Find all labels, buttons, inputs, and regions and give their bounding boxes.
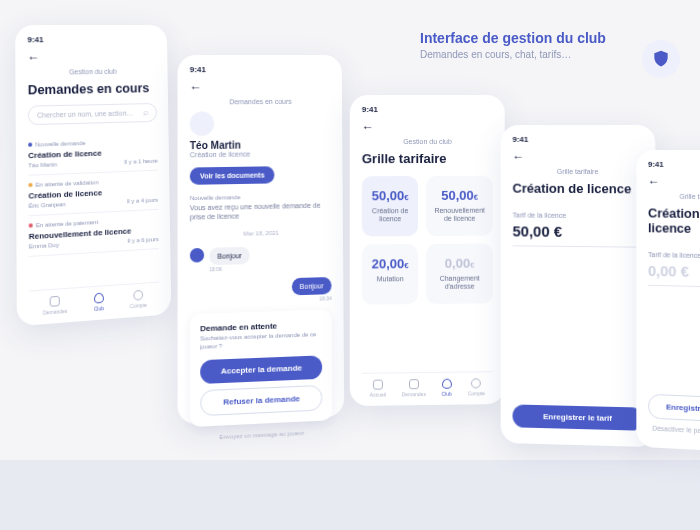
back-button[interactable]: ← — [27, 50, 156, 65]
price-card-creation[interactable]: 50,00€Création de licence — [362, 176, 419, 236]
screen-requests-list: 9:41 ← Gestion du club Demandes en cours… — [15, 25, 171, 326]
price-card-address[interactable]: 0,00€Changement d'adresse — [426, 243, 492, 303]
screen-title: Grille tarifaire — [362, 151, 493, 166]
tab-home[interactable]: Accueil — [370, 380, 386, 398]
tab-bar: Demandes Club Compte — [29, 281, 160, 316]
breadcrumb: Gestion du club — [28, 67, 157, 76]
request-item[interactable]: Nouvelle demande Création de licence Téo… — [28, 132, 158, 176]
request-item[interactable]: En attente de validation Création de lic… — [28, 171, 158, 217]
section-text: Vous avez reçu une nouvelle demande de p… — [190, 200, 331, 221]
home-icon — [373, 380, 383, 390]
chat-date: Mar 18, 2021 — [190, 229, 331, 238]
screen-title: Création de licence — [648, 205, 700, 236]
breadcrumb: Grille tarifaire — [648, 193, 700, 201]
tab-requests[interactable]: Demandes — [43, 295, 68, 316]
screen-edit-tariff-empty: 9:41 ← Grille tarifaire Création de lice… — [636, 150, 700, 453]
status-bar-time: 9:41 — [27, 35, 155, 45]
breadcrumb: Demandes en cours — [190, 98, 331, 106]
status-dot-icon — [29, 223, 33, 227]
breadcrumb: Gestion du club — [362, 138, 493, 145]
account-icon — [471, 378, 481, 388]
refuse-button[interactable]: Refuser la demande — [200, 385, 322, 416]
tab-bar: Accueil Demandes Club Compte — [362, 371, 493, 398]
view-documents-button[interactable]: Voir les documents — [190, 166, 275, 185]
chat-message-outgoing: Bonjour18:34 — [190, 277, 332, 306]
request-type: Création de licence — [190, 149, 331, 158]
tariff-input[interactable]: 50,00 € — [513, 222, 644, 247]
requests-icon — [50, 296, 60, 307]
pending-action-card: Demande en attente Souhaitez-vous accept… — [190, 309, 333, 426]
page-footer-strip — [0, 460, 700, 530]
section-label: Nouvelle demande — [190, 192, 331, 201]
tab-club[interactable]: Club — [442, 379, 452, 397]
back-button[interactable]: ← — [648, 175, 700, 190]
page-title: Interface de gestion du club — [420, 30, 630, 46]
accept-button[interactable]: Accepter la demande — [200, 355, 322, 384]
status-bar-time: 9:41 — [513, 135, 644, 144]
back-button[interactable]: ← — [513, 150, 644, 164]
back-button[interactable]: ← — [190, 80, 330, 95]
status-dot-icon — [28, 183, 32, 187]
card-subtitle: Souhaitez-vous accepter la demande de ce… — [200, 331, 322, 352]
screen-request-chat: 9:41 ← Demandes en cours Téo Martin Créa… — [178, 55, 345, 425]
tab-requests[interactable]: Demandes — [402, 379, 426, 397]
shield-icon — [442, 379, 452, 389]
disable-payment-link[interactable]: Désactiver le paiement en ligne — [648, 424, 700, 436]
requests-icon — [409, 379, 419, 389]
page-subtitle: Demandes en cours, chat, tarifs… — [420, 49, 630, 60]
compose-placeholder[interactable]: Envoyez un message au joueur — [190, 428, 333, 441]
status-bar-time: 9:41 — [648, 160, 700, 169]
tab-account[interactable]: Compte — [130, 290, 147, 310]
screen-pricing-grid: 9:41 ← Gestion du club Grille tarifaire … — [350, 95, 505, 406]
shield-icon — [94, 293, 104, 304]
field-label: Tarif de la licence — [648, 251, 700, 260]
screen-title: Demandes en cours — [28, 80, 157, 97]
price-card-renewal[interactable]: 50,00€Renouvellement de licence — [426, 176, 492, 236]
avatar-small — [190, 248, 204, 263]
avatar — [190, 111, 214, 136]
screen-title: Création de licence — [513, 181, 644, 197]
status-dot-icon — [28, 143, 32, 147]
save-tariff-button[interactable]: Enregistrer le tarif — [513, 404, 644, 430]
price-card-mutation[interactable]: 20,00€Mutation — [362, 244, 419, 304]
shield-icon — [642, 40, 680, 78]
back-button[interactable]: ← — [362, 120, 493, 134]
request-item[interactable]: En attente de paiement Renouvellement de… — [29, 210, 159, 257]
tab-club[interactable]: Club — [94, 293, 104, 312]
tariff-input[interactable]: 0,00 € — [648, 262, 700, 288]
account-icon — [133, 290, 143, 301]
chat-message-incoming: Bonjour18:06 — [190, 245, 332, 273]
status-bar-time: 9:41 — [190, 65, 330, 74]
field-label: Tarif de la licence — [513, 212, 644, 220]
status-bar-time: 9:41 — [362, 105, 493, 114]
search-input[interactable]: Chercher un nom, une action… — [28, 103, 157, 125]
breadcrumb: Grille tarifaire — [513, 168, 644, 176]
page-header: Interface de gestion du club Demandes en… — [420, 30, 630, 60]
tab-account[interactable]: Compte — [468, 378, 485, 396]
screen-edit-tariff: 9:41 ← Grille tarifaire Création de lice… — [501, 125, 656, 447]
save-tariff-button[interactable]: Enregistrer le tarif — [648, 394, 700, 424]
